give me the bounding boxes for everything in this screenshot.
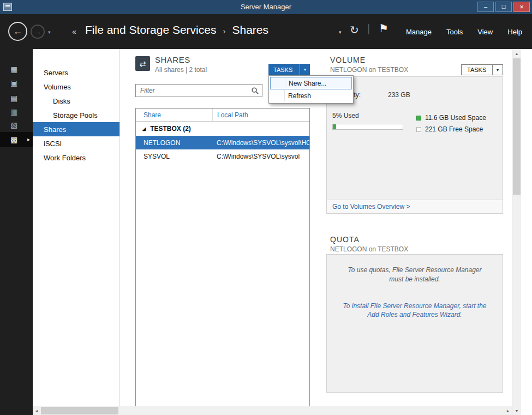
tasks-dropdown-menu: New Share... Refresh xyxy=(268,75,354,104)
sidebar-item-shares[interactable]: Shares xyxy=(33,122,119,136)
back-button[interactable]: ← xyxy=(8,22,27,41)
volume-section-subtitle: NETLOGON on TESTBOX xyxy=(330,66,408,74)
shares-list-header: Share Local Path xyxy=(136,109,309,122)
breadcrumb-collapse-icon[interactable]: ‹‹ xyxy=(72,27,75,36)
group-row-testbox[interactable]: ◢ TESTBOX (2) xyxy=(136,122,309,136)
free-space-swatch xyxy=(416,127,421,132)
notifications-flag-icon[interactable]: ⚑ xyxy=(379,22,388,35)
group-label: TESTBOX (2) xyxy=(150,125,191,133)
volume-tasks-button[interactable]: TASKS ▾ xyxy=(461,64,503,75)
file-storage-services-glyph: ▩ xyxy=(10,135,17,144)
used-space-bar xyxy=(332,124,403,130)
sidebar-item-storage-pools[interactable]: Storage Pools xyxy=(33,108,119,122)
vertical-scrollbar[interactable]: ▲ ▼ xyxy=(512,49,521,415)
breadcrumb-dropdown-icon[interactable]: ▾ xyxy=(339,29,342,35)
flyout-arrow-icon[interactable]: ▸ xyxy=(27,136,30,142)
search-icon[interactable] xyxy=(251,87,259,95)
window-title: Server Manager xyxy=(0,3,532,11)
menu-view[interactable]: View xyxy=(477,28,493,36)
shares-section-title: SHARES xyxy=(155,55,190,64)
history-dropdown-icon[interactable]: ▾ xyxy=(48,29,51,35)
dashboard-icon[interactable]: ▦ xyxy=(0,62,33,76)
column-header-local-path[interactable]: Local Path xyxy=(212,109,309,121)
used-space-swatch xyxy=(416,116,421,121)
scroll-up-icon[interactable]: ▲ xyxy=(512,49,521,58)
capacity-value: 233 GB xyxy=(388,91,410,99)
sidebar-item-disks[interactable]: Disks xyxy=(33,94,119,108)
menu-item-new-share[interactable]: New Share... xyxy=(270,77,352,89)
menu-tools[interactable]: Tools xyxy=(446,28,463,36)
server-manager-window: Server Manager – □ × ← → ▾ ‹‹ File and S… xyxy=(0,0,532,415)
menu-item-refresh[interactable]: Refresh xyxy=(270,89,352,102)
quota-section-title: QUOTA xyxy=(330,235,360,244)
scroll-down-icon[interactable]: ▼ xyxy=(512,406,521,415)
shares-icon: ⇄ xyxy=(135,56,150,71)
breadcrumb-shares[interactable]: Shares xyxy=(232,23,268,37)
used-space-bar-fill xyxy=(333,124,336,129)
volume-panel-footer: Go to Volumes Overview > xyxy=(327,200,503,213)
table-row-sysvol[interactable]: SYSVOL C:\Windows\SYSVOL\sysvol xyxy=(136,149,309,163)
menu-manage[interactable]: Manage xyxy=(406,28,432,36)
services-icon[interactable]: ▥ xyxy=(0,105,33,119)
cell-share-name: NETLOGON xyxy=(136,139,212,147)
all-servers-icon[interactable]: ▤ xyxy=(0,91,33,105)
maximize-button[interactable]: □ xyxy=(495,2,512,12)
horizontal-scrollbar-thumb[interactable] xyxy=(41,407,118,414)
used-percent-label: 5% Used xyxy=(332,112,359,119)
breadcrumb-file-storage-services[interactable]: File and Storage Services xyxy=(85,23,216,37)
shares-tasks-button[interactable]: TASKS ▾ xyxy=(268,64,310,75)
column-header-share[interactable]: Share xyxy=(136,109,212,121)
sidebar-item-volumes[interactable]: Volumes xyxy=(33,80,119,94)
horizontal-scrollbar[interactable]: ◄ ► xyxy=(33,406,512,415)
title-bar: Server Manager – □ × xyxy=(0,0,532,14)
breadcrumb: File and Storage Services › Shares xyxy=(85,23,268,37)
used-space-label: 11.6 GB Used Space xyxy=(425,114,486,122)
sidebar-item-servers[interactable]: Servers xyxy=(33,65,119,80)
legend-free-space: 221 GB Free Space xyxy=(416,125,486,133)
cell-local-path: C:\Windows\SYSVOL\sysvol xyxy=(212,153,309,160)
scroll-right-icon[interactable]: ► xyxy=(504,406,512,415)
minimize-button[interactable]: – xyxy=(477,2,494,12)
shares-list: Share Local Path ◢ TESTBOX (2) NETLOGON … xyxy=(135,108,310,407)
shares-tasks-label: TASKS xyxy=(268,67,300,73)
sidebar: Servers Volumes Disks Storage Pools Shar… xyxy=(33,49,120,406)
volume-tasks-label: TASKS xyxy=(462,67,492,73)
table-row-netlogon[interactable]: NETLOGON C:\Windows\SYSVOL\sysvol\HOS xyxy=(136,136,309,149)
quota-section-subtitle: NETLOGON on TESTBOX xyxy=(330,245,408,253)
breadcrumb-separator-icon: › xyxy=(222,25,226,35)
quota-message-installed: To use quotas, File Server Resource Mana… xyxy=(340,266,489,284)
sidebar-item-work-folders[interactable]: Work Folders xyxy=(33,151,119,165)
refresh-icon[interactable]: ↻ xyxy=(350,23,359,37)
icon-strip: ▦ ▣ ▤ ▥ ▧ ▩ ▸ xyxy=(0,49,33,415)
legend-used-space: 11.6 GB Used Space xyxy=(416,114,486,122)
volume-section-title: VOLUME xyxy=(330,56,366,64)
quota-panel: To use quotas, File Server Resource Mana… xyxy=(326,254,503,393)
vertical-scrollbar-thumb[interactable] xyxy=(513,58,521,195)
main-content: ⇄ SHARES All shares | 2 total TASKS ▾ Ne… xyxy=(120,49,512,406)
group-expand-icon[interactable]: ◢ xyxy=(142,127,146,131)
scroll-left-icon[interactable]: ◄ xyxy=(33,406,40,415)
navigation-bar: ← → ▾ ‹‹ File and Storage Services › Sha… xyxy=(0,14,532,49)
filter-box xyxy=(135,84,262,97)
filter-input[interactable] xyxy=(136,85,262,97)
volume-tasks-dropdown-icon: ▾ xyxy=(493,68,503,73)
shares-section-subtitle: All shares | 2 total xyxy=(155,66,207,74)
menu-bar: Manage Tools View Help xyxy=(406,14,522,49)
local-server-icon[interactable]: ▣ xyxy=(0,76,33,90)
users-icon[interactable]: ▧ xyxy=(0,118,33,132)
file-storage-services-icon[interactable]: ▩ ▸ xyxy=(0,132,33,147)
quota-message-wizard-link[interactable]: To install File Server Resource Manager,… xyxy=(341,302,488,320)
free-space-label: 221 GB Free Space xyxy=(425,125,483,133)
close-button[interactable]: × xyxy=(513,2,530,12)
forward-button[interactable]: → xyxy=(31,25,45,39)
shares-tasks-dropdown-icon: ▾ xyxy=(300,67,310,72)
volumes-overview-link[interactable]: Go to Volumes Overview > xyxy=(332,203,410,210)
cell-local-path: C:\Windows\SYSVOL\sysvol\HOS xyxy=(212,139,309,147)
volume-legend: 11.6 GB Used Space 221 GB Free Space xyxy=(416,114,486,133)
sidebar-item-iscsi[interactable]: iSCSI xyxy=(33,136,119,151)
navbar-divider: | xyxy=(367,22,370,35)
window-controls: – □ × xyxy=(477,2,530,12)
cell-share-name: SYSVOL xyxy=(136,153,212,160)
menu-help[interactable]: Help xyxy=(507,28,522,36)
